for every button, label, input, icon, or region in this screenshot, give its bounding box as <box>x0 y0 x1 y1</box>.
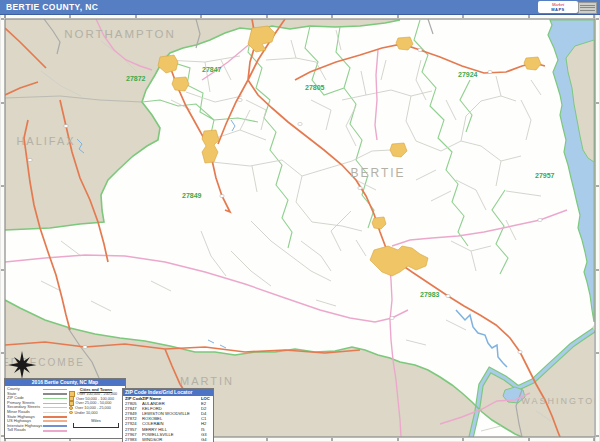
legend-city-size-5: Under 10,000 <box>75 411 98 415</box>
legend-scale-bar: Miles <box>69 418 123 428</box>
county-label-martin: MARTIN <box>180 375 234 387</box>
legend-item-toll: Toll Roads <box>7 428 43 433</box>
zip-label-27849: 27849 <box>182 192 202 199</box>
title-bar: BERTIE COUNTY, NC Market MAPS <box>0 0 600 15</box>
legend-city-size-2: Over 50,000 - 100,000 <box>76 397 114 401</box>
zip-label-27847: 27847 <box>202 66 222 73</box>
county-label-washington: WASHINGTON <box>521 396 600 406</box>
logo-secondary-badge <box>578 2 597 14</box>
map-canvas: NORTHAMPTON HALIFAX BERTIE MARTIN WASHIN… <box>0 0 600 442</box>
logo-word-maps: MAPS <box>538 7 578 12</box>
town-kelford <box>172 77 189 91</box>
table-row: 27983WINDSORG4 <box>123 437 213 442</box>
zip-label-27957: 27957 <box>535 172 555 179</box>
zip-label-27924: 27924 <box>458 71 478 78</box>
map-drawing: NORTHAMPTON HALIFAX BERTIE MARTIN WASHIN… <box>2 0 600 442</box>
legend-city-size-1: Over 100,000 - 250,000 <box>77 392 117 396</box>
map-legend: 2016 Bertie County, NC Map County State … <box>4 378 126 439</box>
county-label-halifax: HALIFAX <box>16 135 75 147</box>
zip-index-table: ZIP Code Index/Grid Locator ZIP Code ZIP… <box>122 388 214 442</box>
zip-label-27805: 27805 <box>305 84 325 91</box>
legend-city-size-4: Over 10,000 - 25,000 <box>75 406 111 410</box>
county-label-bertie: BERTIE <box>350 166 405 180</box>
zip-table-title: ZIP Code Index/Grid Locator <box>123 389 213 396</box>
legend-title: 2016 Bertie County, NC Map <box>5 379 125 386</box>
map-title: BERTIE COUNTY, NC <box>6 0 98 14</box>
legend-symbols-column: County State ZIP Code Primary Streets Se… <box>7 387 67 433</box>
county-label-northampton: NORTHAMPTON <box>64 28 176 40</box>
legend-cities-column: Cities and Towns Over 100,000 - 250,000 … <box>67 387 123 433</box>
legend-city-size-3: Over 25,000 - 50,000 <box>76 401 112 405</box>
county-label-edgecombe: EDGECOMBE <box>2 357 85 368</box>
zip-label-27983: 27983 <box>420 291 440 298</box>
zip-label-27872: 27872 <box>126 75 146 82</box>
marketmaps-logo: Market MAPS <box>538 1 578 13</box>
